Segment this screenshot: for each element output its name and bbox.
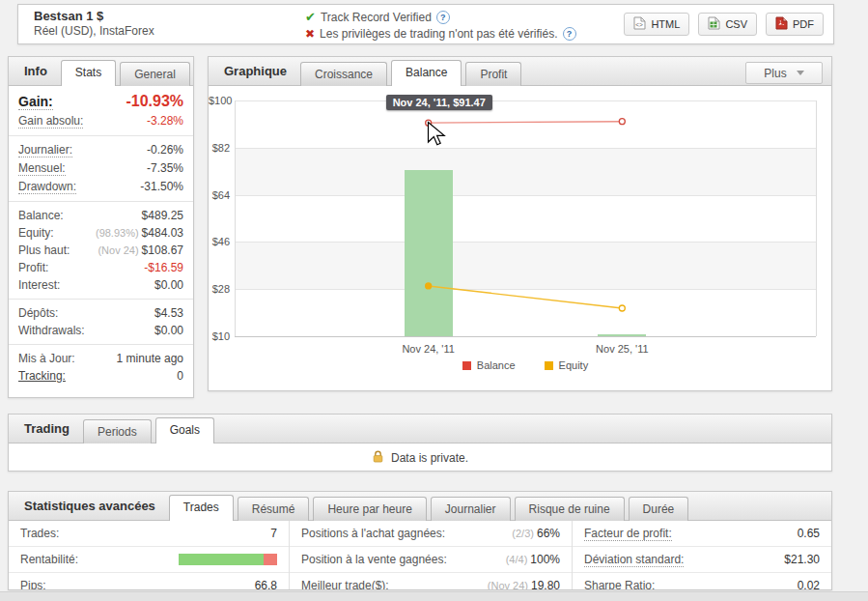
csv-icon (708, 16, 720, 32)
chart-area[interactable]: Nov 24, '11, $91.47 $10$28$46$64$82$100N… (209, 86, 831, 391)
help-icon[interactable]: ? (563, 27, 576, 41)
info-panel-header: Info StatsGeneral (9, 57, 193, 86)
info-value-muted: (Nov 24) (98, 244, 138, 256)
stat-row-sharpe-ratio: Sharpe Ratio:0.02 (573, 573, 831, 590)
stat-label: Pips: (20, 579, 46, 590)
equity-point[interactable] (426, 283, 432, 289)
check-icon: ✔ (305, 10, 316, 24)
help-icon[interactable]: ? (436, 11, 450, 24)
info-group: Dépôts:$4.53Withdrawals:$0.00 (9, 300, 193, 345)
legend-swatch (545, 361, 553, 370)
info-value: -10.93% (126, 93, 183, 110)
stats-tab-heure-par-heure[interactable]: Heure par heure (313, 497, 426, 521)
stats-tab-risque-de-ruine[interactable]: Risque de ruine (515, 497, 625, 521)
export-pdf-button[interactable]: PDF (766, 13, 824, 36)
private-data-row: Data is private. (9, 444, 831, 472)
chart-tab-profit[interactable]: Profit (465, 62, 521, 86)
stats-column: Trades:7Rentabilité:Pips:66.8 (9, 521, 289, 590)
account-name: Bestsan 1 $ (34, 9, 154, 23)
x-axis-tick: Nov 24, '11 (371, 343, 487, 355)
info-panel-title: Info (24, 64, 47, 78)
profitability-bar-win (179, 554, 264, 565)
stat-value-muted: (4/4) (506, 554, 528, 565)
trading-tab-goals[interactable]: Goals (155, 417, 214, 444)
info-label: Balance: (18, 209, 64, 222)
legend-label: Equity (559, 359, 589, 371)
not-verified-label: Les privilèges de trading n'ont pas été … (320, 27, 557, 41)
chart-tab-croissance[interactable]: Croissance (300, 62, 387, 86)
trading-tab-periods[interactable]: Periods (83, 419, 152, 444)
info-label[interactable]: Tracking: (18, 369, 66, 383)
info-tab-general[interactable]: General (120, 62, 190, 86)
x-icon: ✖ (305, 27, 315, 41)
info-tab-stats[interactable]: Stats (61, 60, 116, 86)
stat-label: Trades: (20, 527, 59, 540)
info-row-gain-absolu: Gain absolu:-3.28% (9, 112, 193, 130)
stats-tab-resume[interactable]: Résumé (238, 497, 310, 521)
chart-more-button[interactable]: Plus (745, 62, 823, 84)
chart-more-label: Plus (764, 67, 786, 80)
stats-column: Positions à l'achat gagnées:(2/3)66%Posi… (289, 521, 572, 590)
account-subtitle: Réel (USD), InstaForex (34, 24, 154, 38)
export-csv-button[interactable]: CSV (698, 13, 757, 36)
stats-column: Facteur de profit:0.65Déviation standard… (572, 521, 831, 590)
y-axis-tick: $46 (209, 236, 230, 247)
stats-panel-header: Statistiques avancées TradesRésuméHeure … (9, 492, 831, 521)
info-value: (98.93%)$484.03 (96, 226, 183, 240)
plot-border (816, 100, 817, 336)
stats-tab-duree[interactable]: Durée (629, 497, 689, 521)
profitability-bar-loss (264, 554, 277, 565)
stat-label: Rentabilité: (20, 553, 78, 566)
info-row-journalier: Journalier:-0.26% (9, 141, 193, 159)
y-axis-tick: $100 (209, 95, 230, 106)
stat-value-muted: (2/3) (512, 528, 534, 539)
balance-line (429, 122, 623, 123)
info-group: Balance:$489.25Equity:(98.93%)$484.03Plu… (9, 202, 193, 300)
trading-panel: Trading PeriodsGoals Data is private. (8, 414, 832, 472)
info-label: Mis à Jour: (18, 352, 75, 365)
stat-label: Meilleur trade($): (301, 579, 389, 590)
chart-panel: Graphique CroissanceBalanceProfit Plus N… (208, 56, 832, 391)
chart-tabs: CroissanceBalanceProfit (300, 60, 521, 85)
stat-row-pips: Pips:66.8 (9, 573, 289, 590)
info-row-withdrawals: Withdrawals:$0.00 (9, 322, 193, 339)
info-value: -3.28% (147, 114, 183, 128)
pdf-icon (775, 16, 788, 32)
page: { "header": { "account_name": "Bestsan 1… (0, 0, 868, 601)
html-icon: <> (633, 16, 646, 32)
x-axis-tick: Nov 25, '11 (564, 343, 680, 355)
stat-value: 0.02 (798, 579, 820, 590)
stat-value-muted: (Nov 24) (488, 580, 528, 590)
info-row-plus-haut: Plus haut:(Nov 24)$108.67 (9, 242, 193, 259)
legend-item-balance: Balance (462, 359, 516, 371)
stat-row-meilleur-trade: Meilleur trade($):(Nov 24)19.80 (290, 573, 572, 590)
legend-item-equity: Equity (545, 359, 589, 371)
gridline (235, 336, 816, 337)
y-axis-tick: $28 (209, 283, 230, 295)
chart-tab-balance[interactable]: Balance (391, 60, 462, 86)
info-group: Mis à Jour:1 minute agoTracking:0 (9, 345, 193, 389)
trading-panel-header: Trading PeriodsGoals (9, 415, 831, 444)
stat-label: Déviation standard: (584, 553, 684, 567)
info-value: $0.00 (154, 324, 183, 337)
stat-label: Positions à l'achat gagnées: (301, 527, 445, 540)
info-rows: Gain:-10.93%Gain absolu:-3.28%Journalier… (9, 86, 193, 389)
equity-point[interactable] (619, 305, 625, 311)
y-axis-tick: $10 (209, 330, 230, 342)
stats-tab-trades[interactable]: Trades (169, 495, 234, 521)
stat-value: (2/3)66% (512, 527, 560, 540)
y-axis-tick: $82 (209, 142, 230, 154)
stats-tabs: TradesRésuméHeure par heureJournalierRis… (169, 495, 688, 520)
info-group: Journalier:-0.26%Mensuel:-7.35%Drawdown:… (9, 136, 193, 202)
info-label: Plus haut: (18, 243, 70, 257)
info-value: 0 (177, 369, 183, 383)
info-label: Mensuel: (18, 161, 66, 176)
info-group: Gain:-10.93%Gain absolu:-3.28% (9, 86, 193, 136)
stat-value: 66.8 (255, 579, 277, 590)
stats-tab-journalier[interactable]: Journalier (431, 497, 511, 521)
export-html-button[interactable]: <> HTML (624, 13, 689, 36)
info-value: -7.35% (147, 161, 183, 175)
chart-lines (235, 100, 816, 336)
trading-panel-title: Trading (24, 421, 70, 436)
balance-point[interactable] (619, 119, 625, 125)
